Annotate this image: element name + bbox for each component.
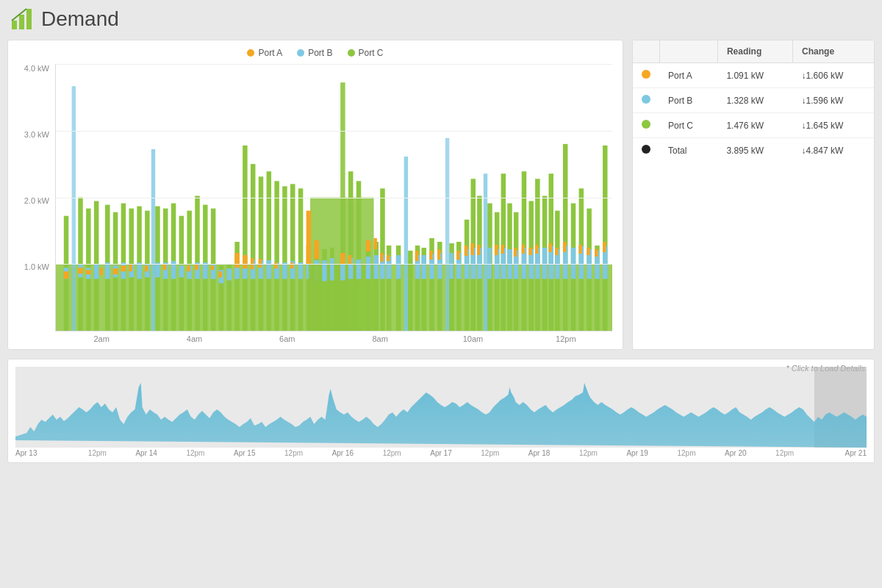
row-reading-total: 3.895 kW	[717, 138, 792, 163]
svg-rect-72	[267, 171, 271, 331]
x-label-12pm: 12pm	[520, 334, 612, 343]
table-row: Port C 1.476 kW ↓1.645 kW	[633, 113, 874, 138]
svg-rect-121	[415, 251, 418, 261]
svg-rect-178	[563, 242, 566, 252]
mini-x-12pm-8: 12pm	[768, 449, 801, 457]
svg-rect-11	[78, 268, 82, 273]
gridline-2	[56, 198, 612, 198]
svg-rect-36	[155, 262, 159, 277]
row-change-c: ↓1.645 kW	[793, 113, 874, 138]
legend-label-a: Port A	[258, 48, 282, 58]
svg-rect-114	[387, 255, 390, 261]
svg-rect-74	[274, 181, 279, 331]
svg-rect-117	[404, 157, 408, 331]
svg-rect-192	[603, 242, 606, 252]
table-row: Total 3.895 kW ↓4.847 kW	[633, 138, 874, 163]
row-dot-b	[633, 88, 659, 113]
svg-rect-1	[19, 15, 24, 29]
mini-x-apr15: Apr 15	[212, 449, 277, 457]
svg-rect-19	[105, 262, 110, 279]
svg-rect-7	[64, 271, 68, 279]
svg-rect-63	[243, 146, 247, 331]
svg-rect-59	[227, 268, 232, 280]
svg-rect-102	[356, 259, 361, 279]
svg-rect-78	[282, 262, 287, 279]
svg-rect-82	[298, 188, 303, 331]
mini-x-apr21: Apr 21	[801, 449, 867, 457]
row-change-total: ↓4.847 kW	[793, 138, 874, 163]
mini-x-12pm-3: 12pm	[277, 449, 310, 457]
svg-rect-158	[514, 248, 517, 257]
y-label-4: 4.0 kW	[24, 64, 49, 73]
row-name-a: Port A	[659, 63, 717, 88]
row-name-b: Port B	[659, 88, 717, 113]
svg-rect-176	[563, 144, 567, 331]
svg-rect-183	[579, 245, 582, 254]
row-change-a: ↓1.606 kW	[793, 63, 874, 88]
svg-rect-141	[471, 243, 474, 255]
legend-label-b: Port B	[308, 48, 332, 58]
svg-rect-2	[26, 9, 32, 29]
row-reading-a: 1.091 kW	[717, 63, 792, 88]
x-label-4am: 4am	[148, 334, 240, 343]
svg-rect-46	[187, 265, 190, 271]
svg-rect-98	[348, 171, 353, 331]
svg-rect-180	[571, 248, 576, 279]
svg-rect-25	[121, 265, 126, 271]
main-chart-panel: Port A Port B Port C 4.0 kW 3.0 kW 2.0 k…	[7, 40, 623, 350]
mini-x-12pm-1: 12pm	[81, 449, 114, 457]
svg-rect-16	[94, 264, 98, 279]
svg-rect-57	[219, 271, 222, 277]
svg-rect-111	[380, 253, 383, 262]
svg-rect-62	[234, 253, 239, 268]
svg-rect-34	[151, 149, 155, 331]
svg-rect-8	[72, 86, 76, 331]
svg-rect-153	[501, 245, 504, 254]
svg-rect-69	[259, 176, 263, 331]
mini-x-12pm-5: 12pm	[474, 449, 507, 457]
bottom-chart-panel[interactable]: * Click to Load Details Apr	[7, 359, 875, 463]
svg-rect-118	[408, 251, 412, 331]
svg-rect-130	[445, 138, 449, 331]
svg-rect-30	[137, 262, 141, 279]
svg-rect-101	[356, 181, 361, 331]
svg-rect-77	[282, 186, 287, 331]
gridline-1	[56, 264, 612, 265]
gridline-3	[56, 131, 612, 132]
col-dot	[633, 40, 659, 63]
row-name-c: Port C	[659, 113, 717, 138]
svg-rect-104	[366, 257, 370, 279]
svg-rect-190	[603, 146, 607, 331]
mini-x-apr16: Apr 16	[310, 449, 376, 457]
chart-icon	[10, 7, 34, 31]
svg-rect-169	[542, 248, 547, 279]
svg-rect-0	[12, 21, 17, 29]
svg-rect-17	[99, 268, 102, 275]
svg-rect-79	[290, 184, 295, 331]
svg-rect-172	[548, 243, 551, 252]
gridline-4	[56, 64, 612, 65]
y-label-3: 3.0 kW	[24, 130, 49, 139]
svg-rect-147	[487, 248, 491, 279]
svg-rect-49	[195, 264, 198, 270]
svg-rect-108	[374, 238, 377, 249]
legend-label-c: Port C	[359, 48, 384, 58]
svg-rect-65	[243, 255, 247, 268]
svg-rect-94	[330, 258, 334, 280]
svg-rect-138	[465, 245, 467, 256]
svg-rect-22	[113, 268, 118, 274]
svg-rect-164	[528, 248, 531, 255]
svg-rect-167	[535, 245, 538, 254]
y-label-1: 1.0 kW	[24, 262, 49, 271]
mini-x-apr18: Apr 18	[506, 449, 572, 457]
row-dot-total	[633, 138, 659, 163]
svg-rect-97	[340, 253, 345, 264]
mini-x-12pm-2: 12pm	[179, 449, 212, 457]
readings-table: Reading Change Port A 1.091 kW ↓1.606 kW…	[633, 40, 874, 162]
svg-rect-161	[522, 245, 525, 254]
page-title: Demand	[41, 7, 119, 31]
svg-rect-83	[298, 262, 303, 279]
mini-x-apr14: Apr 14	[114, 449, 179, 457]
svg-rect-95	[340, 82, 345, 331]
svg-rect-89	[314, 240, 318, 259]
